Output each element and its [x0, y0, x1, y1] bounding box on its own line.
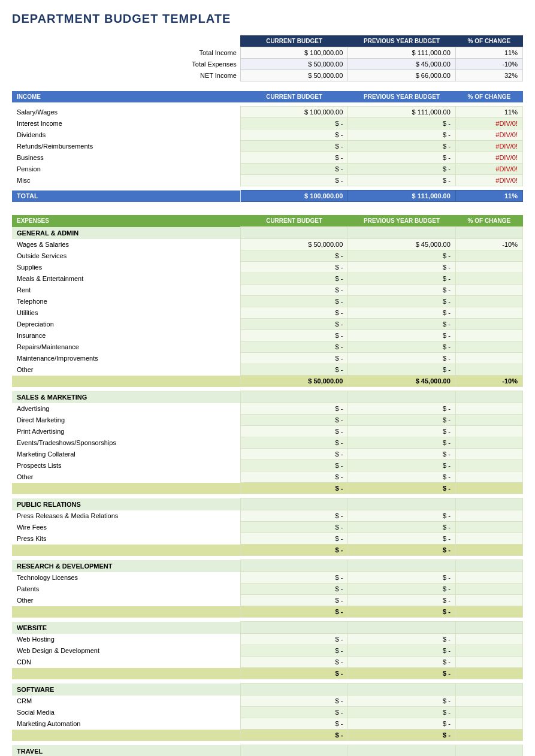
expense-row-label: Press Releases & Media Relations: [12, 510, 240, 522]
subsection-subtotal-previous: $ -: [348, 545, 455, 556]
expense-change: [455, 533, 522, 545]
expense-row-label: CDN: [12, 657, 240, 668]
expense-row-label: Other: [12, 364, 240, 376]
income-change: #DIV/0!: [455, 164, 522, 175]
summary-previous: $ 66,000.00: [348, 70, 455, 81]
expense-current: $ -: [240, 645, 347, 657]
expense-current: $ -: [240, 707, 347, 718]
income-row-label: Refunds/Reimbursements: [12, 141, 240, 152]
subsection-subtotal-label: [12, 668, 240, 679]
expense-previous: $ -: [348, 657, 455, 668]
expense-previous: $ -: [348, 437, 455, 449]
expense-change: [455, 695, 522, 707]
income-row-label: Misc: [12, 175, 240, 186]
subsection-header-label: PUBLIC RELATIONS: [12, 498, 240, 510]
expense-current: $ -: [240, 262, 347, 273]
expense-row-label: CRM: [12, 695, 240, 707]
expense-change: [455, 645, 522, 657]
expense-current: $ -: [240, 341, 347, 353]
income-previous: $ -: [348, 118, 455, 129]
subsection-subtotal-current: $ -: [240, 483, 347, 494]
subsection-subtotal-current: $ -: [240, 668, 347, 679]
expense-current: $ -: [240, 273, 347, 285]
summary-change: 32%: [455, 70, 522, 81]
income-current: $ -: [240, 152, 347, 164]
summary-header-change: % OF CHANGE: [455, 35, 522, 47]
expense-change: [455, 341, 522, 353]
expense-previous: $ -: [348, 364, 455, 376]
expense-row-label: Insurance: [12, 330, 240, 341]
expense-previous: $ -: [348, 307, 455, 319]
expense-previous: $ -: [348, 403, 455, 415]
expense-row-label: Telephone: [12, 296, 240, 307]
expenses-header-change: % OF CHANGE: [455, 215, 522, 227]
subsection-subtotal-previous: $ -: [348, 483, 455, 494]
expense-change: [455, 319, 522, 330]
expense-current: $ -: [240, 415, 347, 426]
subsection-subtotal-label: [12, 545, 240, 556]
income-current: $ -: [240, 175, 347, 186]
expense-row-label: Outside Services: [12, 250, 240, 262]
subsection-subtotal-previous: $ -: [348, 668, 455, 679]
expense-row-label: Print Advertising: [12, 426, 240, 437]
expense-current: $ -: [240, 285, 347, 296]
expense-row-label: Other: [12, 471, 240, 483]
income-previous: $ -: [348, 164, 455, 175]
expense-row-label: Repairs/Maintenance: [12, 341, 240, 353]
income-change: #DIV/0!: [455, 152, 522, 164]
expense-current: $ -: [240, 718, 347, 730]
subsection-subtotal-change: [455, 730, 522, 741]
expense-current: $ -: [240, 449, 347, 460]
subsection-subtotal-previous: $ -: [348, 606, 455, 618]
expense-row-label: Press Kits: [12, 533, 240, 545]
expense-row-label: Depreciation: [12, 319, 240, 330]
subsection-header-label: WEBSITE: [12, 622, 240, 634]
subsection-subtotal-label: [12, 376, 240, 387]
income-current: $ -: [240, 141, 347, 152]
subsection-header-label: SOFTWARE: [12, 684, 240, 695]
subsection-subtotal-current: $ -: [240, 545, 347, 556]
summary-header-previous: PREVIOUS YEAR BUDGET: [348, 35, 455, 47]
expense-change: [455, 262, 522, 273]
expense-previous: $ -: [348, 341, 455, 353]
summary-header-current: CURRENT BUDGET: [240, 35, 347, 47]
summary-current: $ 50,000.00: [240, 70, 347, 81]
subsection-subtotal-label: [12, 483, 240, 494]
expense-previous: $ -: [348, 695, 455, 707]
expense-current: $ -: [240, 307, 347, 319]
subsection-subtotal-change: [455, 483, 522, 494]
expense-current: $ -: [240, 634, 347, 645]
income-row-label: Business: [12, 152, 240, 164]
expense-change: [455, 415, 522, 426]
expense-change: [455, 657, 522, 668]
expense-current: $ -: [240, 583, 347, 595]
expense-current: $ -: [240, 510, 347, 522]
expense-row-label: Marketing Collateral: [12, 449, 240, 460]
expense-change: [455, 634, 522, 645]
expense-change: [455, 437, 522, 449]
expense-current: $ -: [240, 353, 347, 364]
expense-change: [455, 595, 522, 606]
income-previous: $ 111,000.00: [348, 107, 455, 118]
expense-previous: $ -: [348, 471, 455, 483]
expense-change: [455, 718, 522, 730]
summary-change: 11%: [455, 47, 522, 59]
expense-previous: $ 45,000.00: [348, 239, 455, 250]
expense-row-label: Direct Marketing: [12, 415, 240, 426]
expense-current: $ -: [240, 403, 347, 415]
summary-current: $ 100,000.00: [240, 47, 347, 59]
expense-previous: $ -: [348, 262, 455, 273]
summary-change: -10%: [455, 59, 522, 70]
expense-row-label: Technology Licenses: [12, 572, 240, 583]
subsection-subtotal-change: -10%: [455, 376, 522, 387]
expense-current: $ -: [240, 595, 347, 606]
expense-current: $ -: [240, 426, 347, 437]
subsection-subtotal-label: [12, 730, 240, 741]
subsection-subtotal-current: $ 50,000.00: [240, 376, 347, 387]
summary-table: CURRENT BUDGET PREVIOUS YEAR BUDGET % OF…: [12, 35, 523, 81]
expense-row-label: Wages & Salaries: [12, 239, 240, 250]
expense-change: [455, 403, 522, 415]
expense-previous: $ -: [348, 273, 455, 285]
income-total-change: 11%: [455, 190, 522, 202]
expense-row-label: Wire Fees: [12, 522, 240, 533]
